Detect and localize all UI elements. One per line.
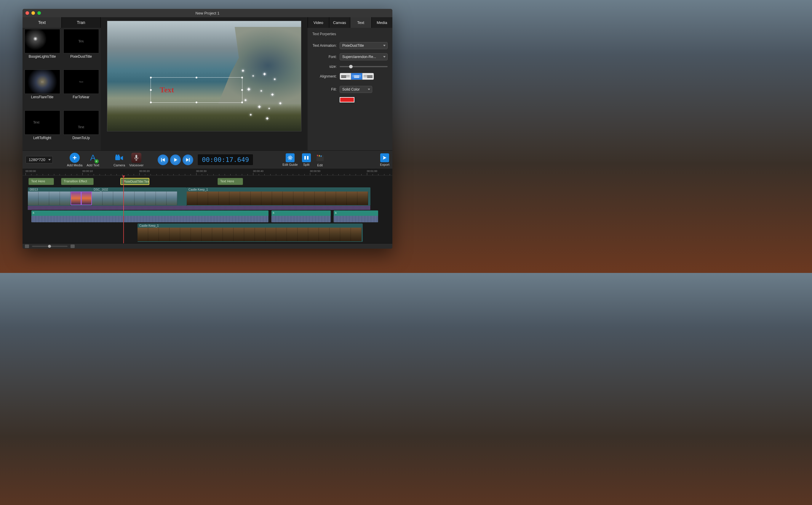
minimize-window-button[interactable] [31, 11, 35, 15]
voiceover-button[interactable]: Voiceover [129, 153, 143, 167]
split-button[interactable]: Split [302, 153, 311, 166]
resize-handle[interactable] [241, 77, 243, 78]
edit-button[interactable]: Edit [315, 153, 325, 167]
size-slider[interactable] [340, 66, 388, 67]
text-animation-select[interactable]: PixieDustTitle [340, 42, 388, 49]
tab-text-presets[interactable]: Text [22, 17, 62, 28]
fill-type-select[interactable]: Solid Color [340, 86, 372, 93]
skip-end-button[interactable] [183, 155, 193, 165]
preset-label: DownToUp [72, 136, 90, 140]
text-presets-grid[interactable]: BoogieLightsTitle Tex PixieDustTitle xt … [22, 28, 101, 150]
resize-handle[interactable] [150, 102, 152, 103]
video-clip-label [72, 187, 73, 189]
main-row: Text Tran BoogieLightsTitle Tex PixieDus… [22, 17, 392, 150]
preview-text-content[interactable]: Text [160, 86, 174, 95]
size-slider-thumb[interactable] [349, 65, 353, 68]
camera-button[interactable]: Camera [114, 153, 125, 167]
snap-toggle-icon[interactable] [25, 244, 29, 248]
preset-lens-flare[interactable]: xt LensFlareTitle [24, 69, 61, 108]
preset-left-to-right[interactable]: Text LeftToRight [24, 111, 61, 149]
preset-down-to-up[interactable]: Text DownToUp [63, 111, 100, 149]
timeline-video-clip[interactable] [71, 187, 92, 206]
timeline-audio-clip[interactable]: a [271, 210, 331, 222]
resize-handle[interactable] [241, 102, 243, 103]
video-clip-label: DSC_1632 [93, 187, 109, 192]
edit-guide-button[interactable]: Edit Guide [282, 153, 298, 166]
preset-label: LensFlareTitle [31, 95, 53, 99]
preset-far-to-near[interactable]: Text FarToNear [63, 69, 100, 108]
zoom-slider[interactable] [32, 246, 68, 247]
tab-canvas[interactable]: Canvas [329, 17, 350, 28]
properties-title: Text Porperties [312, 32, 388, 36]
svg-rect-11 [189, 158, 190, 162]
preset-pixie-dust[interactable]: Tex PixieDustTitle [63, 29, 100, 68]
resize-handle[interactable] [196, 102, 197, 103]
export-button[interactable]: Export [380, 153, 389, 166]
font-select[interactable]: Superclarendon-Re... [340, 53, 388, 60]
preset-thumbnail: xt [25, 69, 60, 94]
resize-handle[interactable] [241, 89, 243, 91]
fill-color-swatch[interactable] [340, 97, 354, 103]
resize-handle[interactable] [196, 77, 197, 78]
svg-rect-7 [161, 158, 162, 162]
resize-handle[interactable] [150, 89, 152, 91]
timeline-text-clip[interactable]: Text Here [218, 178, 243, 185]
timeline-video-clip[interactable]: DSC_1632 [92, 187, 187, 206]
timeline-bottom-bar [22, 243, 392, 248]
timeline-video-clip[interactable]: Castle Keep_1 [187, 187, 370, 206]
text-track[interactable]: Text HereTransition EffectPixieDustTitle… [22, 177, 392, 187]
left-tabs: Text Tran [22, 17, 101, 28]
fullscreen-window-button[interactable] [37, 11, 41, 15]
fit-timeline-icon[interactable] [71, 244, 75, 248]
timeline-video-clip[interactable]: 00013 [28, 187, 71, 206]
skip-start-button[interactable] [158, 155, 168, 165]
clapper-icon [315, 153, 325, 163]
play-button[interactable] [170, 155, 181, 165]
ruler-label: 00:01:00 [367, 170, 377, 173]
preview-panel: Text ✦✦✦✦✦✦✦✦✦✦✦✦✦ [101, 17, 308, 150]
video-track-a[interactable]: 00013DSC_1632Castle Keep_1 [22, 187, 392, 209]
timeline-text-clip[interactable]: Transition Effect [61, 178, 94, 185]
preset-label: LeftToRight [33, 136, 51, 140]
toolbar: 1280*720 + Add Media A Add Text Camera V… [22, 150, 392, 169]
align-right-button[interactable] [362, 73, 374, 79]
video-clip-label: Castle Keep_1 [188, 187, 209, 192]
timeline-audio-clip[interactable]: a [31, 210, 268, 222]
preset-boogie-lights[interactable]: BoogieLightsTitle [24, 29, 61, 68]
timeline-ruler[interactable]: 00:00:0000:00:1000:00:2000:00:3000:00:40… [22, 169, 392, 176]
text-selection-box[interactable]: Text [150, 77, 242, 103]
svg-rect-0 [115, 156, 120, 160]
tab-media[interactable]: Media [371, 17, 393, 28]
align-left-button[interactable] [340, 73, 351, 79]
app-window: New Project 1 Text Tran BoogieLightsTitl… [22, 9, 392, 248]
split-icon [302, 153, 311, 162]
preset-label: PixieDustTitle [70, 54, 92, 58]
svg-marker-10 [186, 158, 189, 162]
tab-transitions[interactable]: Tran [62, 17, 101, 28]
add-text-icon: A [88, 153, 98, 163]
add-media-button[interactable]: + Add Media [67, 153, 83, 167]
timeline-tracks[interactable]: Text HereTransition EffectPixieDustTitle… [22, 176, 392, 243]
preview-canvas[interactable]: Text ✦✦✦✦✦✦✦✦✦✦✦✦✦ [107, 21, 302, 132]
timeline-video-clip[interactable]: Castle Keep_1 [137, 223, 363, 242]
tab-text-props[interactable]: Text [350, 17, 371, 28]
video-track-b[interactable]: Castle Keep_1 [22, 223, 392, 242]
close-window-button[interactable] [25, 11, 29, 15]
zoom-slider-thumb[interactable] [48, 245, 51, 248]
timeline-audio-clip[interactable]: a [334, 210, 378, 222]
video-clip-label: 00013 [29, 187, 38, 192]
left-panel: Text Tran BoogieLightsTitle Tex PixieDus… [22, 17, 101, 150]
tab-video[interactable]: Video [308, 17, 329, 28]
audio-clip-label: a [33, 211, 34, 214]
svg-marker-8 [162, 158, 165, 162]
timeline-text-clip[interactable]: Text Here [28, 178, 54, 185]
preset-thumbnail: Text [64, 111, 99, 135]
timeline-text-clip[interactable]: PixieDustTitle:Text [120, 178, 149, 185]
audio-track[interactable]: aaa [22, 210, 392, 223]
resize-handle[interactable] [150, 77, 152, 78]
ruler-label: 00:00:10 [82, 170, 93, 173]
resolution-select[interactable]: 1280*720 [25, 156, 53, 163]
timeline-area: 00:00:0000:00:1000:00:2000:00:3000:00:40… [22, 169, 392, 248]
align-center-button[interactable] [351, 73, 362, 79]
add-text-button[interactable]: A Add Text [87, 153, 99, 167]
